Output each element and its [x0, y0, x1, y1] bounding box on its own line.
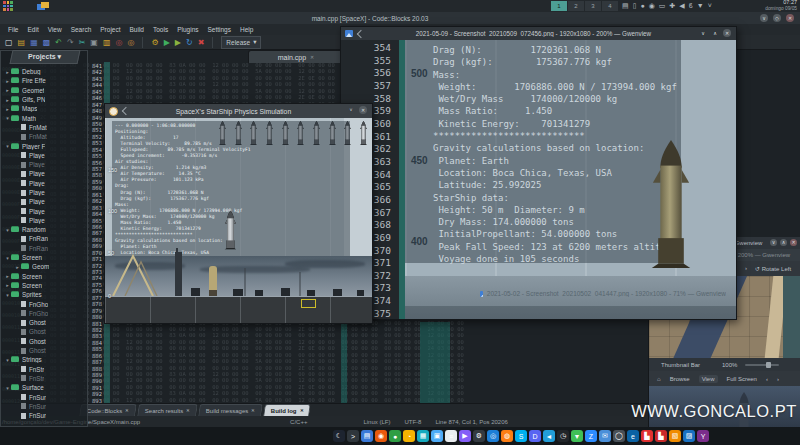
- tree-item-Fire Effe[interactable]: ▸Fire Effe: [4, 76, 86, 85]
- fullscreen-button[interactable]: Full Screen: [727, 376, 757, 382]
- shade-button[interactable]: ∨: [770, 239, 777, 246]
- tree-item-FnSur[interactable]: FnSur: [4, 402, 86, 411]
- menu-View[interactable]: View: [48, 26, 62, 33]
- dock-icon-maps[interactable]: ▼: [571, 430, 583, 442]
- tree-item-Strings[interactable]: ▾Strings: [4, 355, 86, 364]
- menu-Build[interactable]: Build: [130, 26, 144, 33]
- tree-item-FnStr[interactable]: FnStr: [4, 374, 86, 383]
- tree-item-Player F[interactable]: ▾Player F: [4, 141, 86, 150]
- save-all-icon[interactable]: ▩: [43, 36, 51, 49]
- notes-icon[interactable]: ▤: [622, 0, 629, 12]
- tree-item-Geom[interactable]: ▸Geom: [4, 262, 86, 271]
- tree-expand-icon[interactable]: ▸: [4, 273, 11, 279]
- open-icon[interactable]: ▤: [18, 36, 26, 49]
- previous-image-button[interactable]: ‹: [766, 376, 768, 382]
- menu-Search[interactable]: Search: [71, 26, 92, 33]
- gwenview-titlebar[interactable]: 2021-05-09 - Screenshot_20210509_072456.…: [341, 27, 736, 40]
- shade-button[interactable]: ∨: [699, 29, 707, 37]
- tree-expand-icon[interactable]: ▾: [4, 143, 11, 149]
- unshade-button[interactable]: ∧: [780, 239, 787, 246]
- workspace-2[interactable]: 2: [568, 1, 584, 11]
- dock-icon-calendar[interactable]: ▦: [417, 430, 429, 442]
- tree-item-Playe[interactable]: Playe: [4, 151, 86, 160]
- menu-Settings[interactable]: Settings: [208, 26, 232, 33]
- dock-icon-browser2[interactable]: ◎: [487, 430, 499, 442]
- log-tab-Build log[interactable]: Build log✕: [264, 404, 312, 416]
- workspace-3[interactable]: 3: [585, 1, 601, 11]
- tree-item-FnMat[interactable]: FnMat: [4, 132, 86, 141]
- pin-icon[interactable]: [357, 29, 365, 37]
- screenshot-icon[interactable]: ◉: [649, 0, 655, 12]
- dock-icon-timer[interactable]: ◷: [557, 430, 569, 442]
- kdeconnect-icon[interactable]: ✚: [669, 0, 675, 12]
- tree-item-FnSur[interactable]: FnSur: [4, 392, 86, 401]
- tree-item-FnRan[interactable]: FnRan: [4, 234, 86, 243]
- tree-item-Playe[interactable]: Playe: [4, 188, 86, 197]
- build-target-select[interactable]: Release ▾: [221, 36, 261, 49]
- tree-item-Ghost[interactable]: Ghost: [4, 327, 86, 336]
- tree-expand-icon[interactable]: ▾: [4, 385, 11, 391]
- tree-item-Gifs, PN[interactable]: ▸Gifs, PN: [4, 95, 86, 104]
- log-tab-Search results[interactable]: Search results✕: [137, 404, 198, 416]
- editor-tab-main-cpp[interactable]: main.cpp ✕: [248, 50, 344, 63]
- browse-button[interactable]: Browse: [670, 376, 690, 382]
- tree-item-Debug[interactable]: ▸Debug: [4, 67, 86, 76]
- tree-item-FnGho[interactable]: FnGho: [4, 299, 86, 308]
- tree-expand-icon[interactable]: ▸: [4, 69, 11, 75]
- rebuild-icon[interactable]: ↻: [186, 36, 193, 49]
- dock-icon-pdf-reader[interactable]: ▙: [641, 430, 653, 442]
- dock-icon-terminal[interactable]: >: [347, 430, 359, 442]
- tree-expand-icon[interactable]: ▾: [4, 255, 11, 261]
- tree-expand-icon[interactable]: ▾: [4, 357, 11, 363]
- menu-Project[interactable]: Project: [100, 26, 120, 33]
- dock-icon-wine[interactable]: Y: [697, 430, 709, 442]
- tree-item-Random[interactable]: ▾Random: [4, 225, 86, 234]
- build-run-icon[interactable]: ▶: [175, 36, 181, 49]
- redo-icon[interactable]: ↷: [67, 36, 74, 49]
- app-launcher-icon[interactable]: [3, 1, 13, 11]
- dock-icon-zoom[interactable]: Z: [585, 430, 597, 442]
- tree-item-FnGho[interactable]: FnGho: [4, 309, 86, 318]
- tree-item-Ghost[interactable]: Ghost: [4, 318, 86, 327]
- tree-item-Ghost[interactable]: Ghost: [4, 337, 86, 346]
- tree-item-Math[interactable]: ▾Math: [4, 113, 86, 122]
- next-image-button[interactable]: ›: [745, 265, 747, 272]
- log-tab-Build messages[interactable]: Build messages✕: [198, 404, 263, 416]
- new-file-icon[interactable]: ▢: [5, 36, 13, 49]
- tree-expand-icon[interactable]: ▾: [4, 227, 11, 233]
- build-icon[interactable]: ⚙: [151, 36, 158, 49]
- save-icon[interactable]: ▦: [30, 36, 38, 49]
- dock-icon-night-mode[interactable]: ☾: [333, 430, 345, 442]
- dock-icon-media[interactable]: ▶: [459, 430, 471, 442]
- pin-icon[interactable]: [122, 107, 130, 115]
- dock-icon-clock-app[interactable]: ◔: [403, 430, 415, 442]
- shade-button[interactable]: ˅: [347, 106, 355, 114]
- dock-icon-paint[interactable]: ▨: [683, 430, 695, 442]
- trash-icon[interactable]: ▯: [633, 0, 637, 12]
- projects-tab[interactable]: Projects ▾: [10, 50, 81, 64]
- cut-icon[interactable]: ✂: [79, 36, 86, 49]
- tree-item-Playe[interactable]: Playe: [4, 216, 86, 225]
- dock-icon-office[interactable]: ▧: [669, 430, 681, 442]
- dock-icon-edge[interactable]: e: [627, 430, 639, 442]
- tree-expand-icon[interactable]: ▸: [4, 282, 11, 288]
- tab-close-icon[interactable]: ✕: [300, 408, 304, 413]
- tree-item-Playe[interactable]: Playe: [4, 160, 86, 169]
- tree-item-FnStr[interactable]: FnStr: [4, 365, 86, 374]
- gwenview-image-view[interactable]: 3543553563573583593603613623633643653663…: [341, 40, 736, 319]
- tree-expand-icon[interactable]: ▸: [4, 106, 11, 112]
- menu-Edit[interactable]: Edit: [27, 26, 38, 33]
- tree-item-Sprites[interactable]: ▾Sprites: [4, 290, 86, 299]
- home-icon[interactable]: ⌂: [657, 376, 661, 382]
- workspace-1[interactable]: 1: [551, 1, 567, 11]
- tree-item-Surface[interactable]: ▾Surface: [4, 383, 86, 392]
- tab-close-icon[interactable]: ✕: [125, 408, 129, 413]
- menu-File[interactable]: File: [8, 26, 18, 33]
- tree-expand-icon[interactable]: ▸: [14, 264, 21, 270]
- tree-item-Ghost[interactable]: Ghost: [4, 346, 86, 355]
- dock-icon-mail[interactable]: ✉: [599, 430, 611, 442]
- dock-icon-settings[interactable]: ⚙: [473, 430, 485, 442]
- close-icon[interactable]: ✕: [723, 29, 731, 37]
- tree-item-Playe[interactable]: Playe: [4, 169, 86, 178]
- view-button[interactable]: View: [699, 375, 718, 383]
